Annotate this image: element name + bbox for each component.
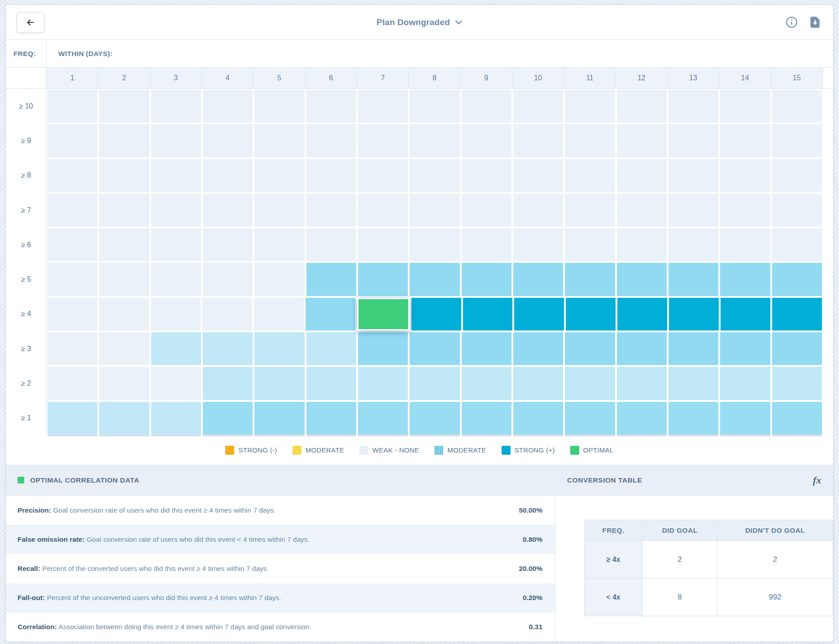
- heatmap-cell[interactable]: [720, 194, 770, 226]
- heatmap-cell[interactable]: [254, 194, 304, 226]
- heatmap-cell[interactable]: [411, 298, 461, 331]
- heatmap-cell[interactable]: [720, 159, 770, 192]
- heatmap-cell[interactable]: [48, 332, 97, 365]
- heatmap-cell[interactable]: [203, 332, 253, 365]
- heatmap-cell[interactable]: [99, 367, 149, 400]
- heatmap-cell[interactable]: [410, 124, 459, 157]
- heatmap-cell[interactable]: [306, 194, 356, 226]
- heatmap-cell[interactable]: [151, 90, 201, 122]
- heatmap-cell[interactable]: [514, 298, 564, 331]
- optimal-cell[interactable]: [357, 298, 410, 331]
- heatmap-cell[interactable]: [565, 367, 615, 400]
- heatmap-cell[interactable]: [565, 194, 615, 226]
- heatmap-cell[interactable]: [254, 124, 304, 157]
- heatmap-cell[interactable]: [565, 228, 615, 261]
- heatmap-cell[interactable]: [99, 90, 149, 122]
- heatmap-cell[interactable]: [99, 228, 149, 261]
- heatmap-cell[interactable]: [669, 263, 718, 296]
- heatmap-cell[interactable]: [565, 159, 615, 192]
- heatmap-cell[interactable]: [565, 402, 615, 435]
- heatmap-cell[interactable]: [566, 298, 616, 331]
- heatmap-cell[interactable]: [151, 298, 201, 331]
- heatmap-cell[interactable]: [513, 263, 563, 296]
- heatmap-cell[interactable]: [254, 367, 304, 400]
- heatmap-cell[interactable]: [306, 402, 356, 435]
- heatmap-cell[interactable]: [306, 159, 356, 192]
- heatmap-cell[interactable]: [772, 332, 822, 365]
- heatmap-cell[interactable]: [720, 367, 770, 400]
- heatmap-cell[interactable]: [513, 367, 563, 400]
- heatmap-cell[interactable]: [617, 402, 667, 435]
- heatmap-cell[interactable]: [513, 124, 563, 157]
- heatmap-cell[interactable]: [565, 124, 615, 157]
- heatmap-cell[interactable]: [565, 332, 615, 365]
- heatmap-cell[interactable]: [306, 367, 356, 400]
- heatmap-cell[interactable]: [151, 367, 201, 400]
- heatmap-cell[interactable]: [99, 402, 149, 435]
- heatmap-cell[interactable]: [358, 332, 408, 365]
- heatmap-cell[interactable]: [720, 124, 770, 157]
- heatmap-cell[interactable]: [772, 228, 822, 261]
- heatmap-cell[interactable]: [48, 402, 97, 435]
- heatmap-cell[interactable]: [254, 159, 304, 192]
- heatmap-cell[interactable]: [254, 228, 304, 261]
- heatmap-cell[interactable]: [462, 90, 511, 122]
- heatmap-cell[interactable]: [48, 124, 97, 157]
- heatmap-cell[interactable]: [358, 402, 408, 435]
- heatmap-cell[interactable]: [358, 124, 408, 157]
- heatmap-cell[interactable]: [462, 194, 511, 226]
- heatmap-cell[interactable]: [306, 228, 356, 261]
- heatmap-cell[interactable]: [99, 124, 149, 157]
- heatmap-cell[interactable]: [513, 194, 563, 226]
- heatmap-cell[interactable]: [203, 90, 253, 122]
- heatmap-cell[interactable]: [254, 298, 304, 331]
- heatmap-cell[interactable]: [669, 332, 718, 365]
- heatmap-cell[interactable]: [772, 367, 822, 400]
- heatmap-cell[interactable]: [48, 263, 97, 296]
- heatmap-cell[interactable]: [513, 402, 563, 435]
- heatmap-cell[interactable]: [306, 124, 356, 157]
- heatmap-cell[interactable]: [99, 194, 149, 226]
- heatmap-cell[interactable]: [203, 367, 253, 400]
- heatmap-cell[interactable]: [513, 90, 563, 122]
- heatmap-cell[interactable]: [617, 263, 667, 296]
- heatmap-cell[interactable]: [358, 194, 408, 226]
- heatmap-cell[interactable]: [772, 402, 822, 435]
- heatmap-cell[interactable]: [48, 298, 97, 331]
- heatmap-cell[interactable]: [151, 332, 201, 365]
- heatmap-cell[interactable]: [410, 228, 459, 261]
- heatmap-cell[interactable]: [254, 263, 304, 296]
- fx-icon[interactable]: fx: [813, 474, 822, 486]
- heatmap-cell[interactable]: [306, 263, 356, 296]
- heatmap-cell[interactable]: [513, 228, 563, 261]
- heatmap-cell[interactable]: [617, 194, 667, 226]
- heatmap-cell[interactable]: [462, 159, 511, 192]
- heatmap-cell[interactable]: [617, 90, 667, 122]
- event-title-dropdown[interactable]: Plan Downgraded: [376, 17, 462, 27]
- heatmap-cell[interactable]: [669, 228, 718, 261]
- heatmap-cell[interactable]: [513, 159, 563, 192]
- heatmap-cell[interactable]: [254, 402, 304, 435]
- heatmap-cell[interactable]: [720, 402, 770, 435]
- heatmap-cell[interactable]: [721, 298, 770, 331]
- heatmap-cell[interactable]: [410, 159, 459, 192]
- heatmap-cell[interactable]: [358, 90, 408, 122]
- heatmap-cell[interactable]: [203, 159, 253, 192]
- heatmap-cell[interactable]: [669, 124, 718, 157]
- heatmap-cell[interactable]: [254, 90, 304, 122]
- heatmap-cell[interactable]: [410, 90, 459, 122]
- heatmap-cell[interactable]: [203, 402, 253, 435]
- heatmap-cell[interactable]: [772, 298, 822, 331]
- back-button[interactable]: [17, 12, 44, 33]
- heatmap-cell[interactable]: [410, 402, 459, 435]
- heatmap-cell[interactable]: [669, 367, 718, 400]
- heatmap-cell[interactable]: [358, 159, 408, 192]
- heatmap-cell[interactable]: [617, 332, 667, 365]
- heatmap-cell[interactable]: [306, 332, 356, 365]
- heatmap-cell[interactable]: [358, 263, 408, 296]
- heatmap-cell[interactable]: [202, 298, 252, 331]
- heatmap-cell[interactable]: [462, 402, 511, 435]
- heatmap-cell[interactable]: [203, 228, 253, 261]
- heatmap-cell[interactable]: [203, 263, 253, 296]
- heatmap-cell[interactable]: [669, 194, 718, 226]
